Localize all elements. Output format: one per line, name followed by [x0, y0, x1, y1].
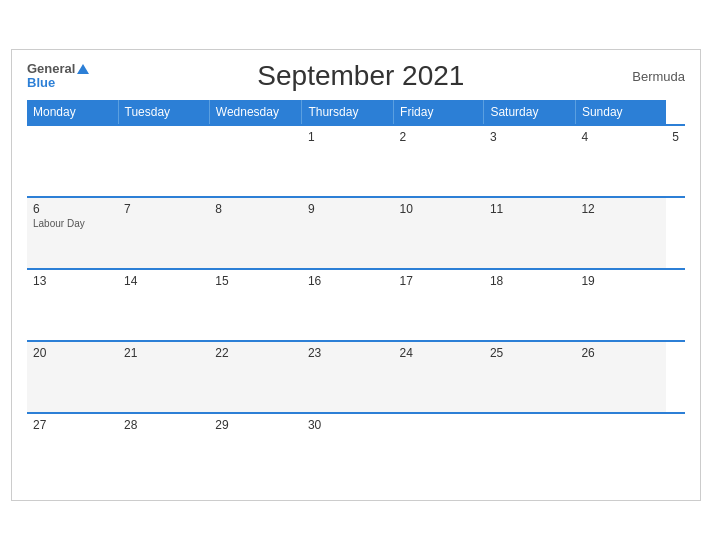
day-number: 13 [33, 274, 112, 288]
calendar-cell: 18 [484, 269, 575, 341]
day-number: 7 [124, 202, 203, 216]
calendar-cell: 1 [302, 125, 394, 197]
day-number: 2 [400, 130, 478, 144]
day-number: 15 [215, 274, 296, 288]
weekday-header-thursday: Thursday [302, 100, 394, 125]
weekday-header-monday: Monday [27, 100, 118, 125]
logo-general-text: General [27, 62, 89, 76]
calendar-cell: 23 [302, 341, 394, 413]
calendar-header: General Blue September 2021 Bermuda [27, 60, 685, 92]
calendar-cell [394, 413, 484, 485]
calendar-cell: 24 [394, 341, 484, 413]
calendar-cell: 19 [575, 269, 666, 341]
event-label: Labour Day [33, 218, 112, 229]
calendar-thead: MondayTuesdayWednesdayThursdayFridaySatu… [27, 100, 685, 125]
calendar: General Blue September 2021 Bermuda Mond… [11, 49, 701, 501]
day-number: 24 [400, 346, 478, 360]
weekday-header-wednesday: Wednesday [209, 100, 302, 125]
calendar-cell: 29 [209, 413, 302, 485]
week-row-2: 13141516171819 [27, 269, 685, 341]
calendar-cell [27, 125, 118, 197]
calendar-cell: 7 [118, 197, 209, 269]
day-number: 17 [400, 274, 478, 288]
calendar-cell: 27 [27, 413, 118, 485]
calendar-cell: 2 [394, 125, 484, 197]
calendar-region: Bermuda [632, 69, 685, 84]
day-number: 10 [400, 202, 478, 216]
week-row-4: 27282930 [27, 413, 685, 485]
day-number: 12 [581, 202, 660, 216]
weekday-header-tuesday: Tuesday [118, 100, 209, 125]
day-number: 28 [124, 418, 203, 432]
calendar-cell [209, 125, 302, 197]
calendar-tbody: 123456Labour Day789101112131415161718192… [27, 125, 685, 485]
calendar-cell: 11 [484, 197, 575, 269]
day-number: 20 [33, 346, 112, 360]
day-number: 27 [33, 418, 112, 432]
day-number: 6 [33, 202, 112, 216]
week-row-0: 12345 [27, 125, 685, 197]
calendar-cell: 10 [394, 197, 484, 269]
weekday-header-saturday: Saturday [484, 100, 575, 125]
calendar-cell: 14 [118, 269, 209, 341]
calendar-cell: 15 [209, 269, 302, 341]
day-number: 19 [581, 274, 660, 288]
calendar-cell: 26 [575, 341, 666, 413]
day-number: 4 [581, 130, 660, 144]
calendar-cell: 13 [27, 269, 118, 341]
calendar-cell [484, 413, 575, 485]
week-row-1: 6Labour Day789101112 [27, 197, 685, 269]
day-number: 29 [215, 418, 296, 432]
calendar-cell: 5 [666, 125, 685, 197]
week-row-3: 20212223242526 [27, 341, 685, 413]
day-number: 21 [124, 346, 203, 360]
day-number: 11 [490, 202, 569, 216]
calendar-cell: 12 [575, 197, 666, 269]
day-number: 23 [308, 346, 388, 360]
day-number: 30 [308, 418, 388, 432]
calendar-cell: 22 [209, 341, 302, 413]
calendar-title: September 2021 [89, 60, 632, 92]
calendar-cell: 21 [118, 341, 209, 413]
calendar-cell: 9 [302, 197, 394, 269]
weekday-header-sunday: Sunday [575, 100, 666, 125]
day-number: 26 [581, 346, 660, 360]
logo-triangle-icon [77, 64, 89, 74]
calendar-cell [118, 125, 209, 197]
calendar-table: MondayTuesdayWednesdayThursdayFridaySatu… [27, 100, 685, 485]
calendar-cell: 17 [394, 269, 484, 341]
day-number: 16 [308, 274, 388, 288]
calendar-cell: 16 [302, 269, 394, 341]
day-number: 8 [215, 202, 296, 216]
logo: General Blue [27, 62, 89, 91]
calendar-cell: 20 [27, 341, 118, 413]
day-number: 9 [308, 202, 388, 216]
weekday-header-friday: Friday [394, 100, 484, 125]
day-number: 22 [215, 346, 296, 360]
calendar-cell: 8 [209, 197, 302, 269]
day-number: 5 [672, 130, 679, 144]
day-number: 18 [490, 274, 569, 288]
day-number: 25 [490, 346, 569, 360]
calendar-cell [575, 413, 666, 485]
day-number: 14 [124, 274, 203, 288]
calendar-cell: 30 [302, 413, 394, 485]
logo-blue-text: Blue [27, 76, 89, 90]
calendar-cell: 6Labour Day [27, 197, 118, 269]
calendar-cell: 25 [484, 341, 575, 413]
day-number: 3 [490, 130, 569, 144]
day-number: 1 [308, 130, 388, 144]
weekday-header-row: MondayTuesdayWednesdayThursdayFridaySatu… [27, 100, 685, 125]
calendar-cell: 3 [484, 125, 575, 197]
calendar-cell: 4 [575, 125, 666, 197]
calendar-cell: 28 [118, 413, 209, 485]
